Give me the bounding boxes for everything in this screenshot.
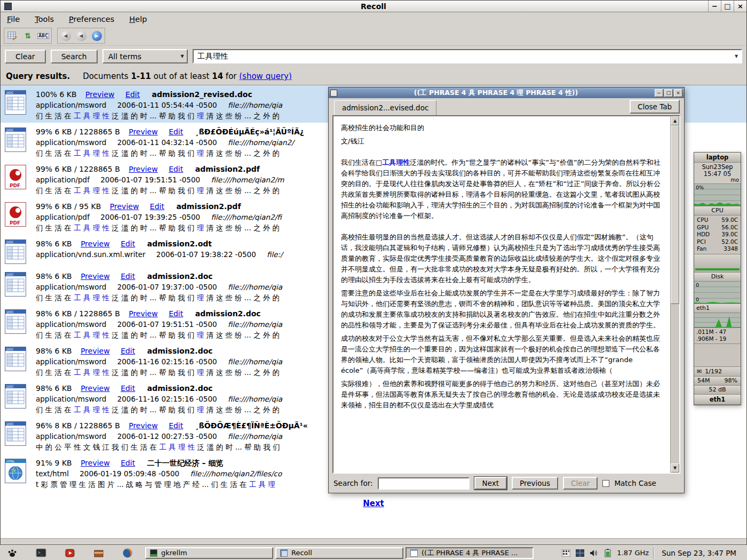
preview-titlebar[interactable]: ((工 PHRASE 4 具 PHRASE 4 理 PHRASE 4 性)) −… bbox=[329, 87, 684, 98]
sort-icon[interactable]: ⇅ bbox=[21, 29, 35, 42]
edit-link[interactable]: Edit bbox=[121, 347, 135, 355]
scrollbar-thumb[interactable] bbox=[671, 125, 679, 304]
toolbar-group-nav: ◀ ◀ ▶ bbox=[57, 28, 105, 44]
paw-icon[interactable] bbox=[6, 547, 18, 559]
doc-file-icon[interactable]: DOC bbox=[5, 238, 36, 266]
system-tray: 1.87 GHz Sun Sep 23, 3:47 PM bbox=[561, 548, 744, 558]
show-query-link[interactable]: (show query) bbox=[239, 71, 292, 81]
snippet-text: 们 生 活 在 bbox=[36, 149, 74, 157]
taskbar-task-recoll[interactable]: Recoll bbox=[275, 547, 403, 559]
result-date: 2006-01-11 04:32:14 -0500 bbox=[117, 138, 217, 147]
preview-link[interactable]: Preview bbox=[129, 127, 158, 136]
doc-file-icon[interactable]: DOC bbox=[5, 89, 36, 121]
preview-content-text[interactable]: 高校招生的社会功能和目的文/钱江我们生活在□工具理性泛滥的时代。作为“世之显学”… bbox=[333, 116, 670, 473]
taskbar-task--phrase-4-phrase-[interactable]: ((工 PHRASE 4 具 PHRASE ... bbox=[406, 547, 534, 559]
preview-link[interactable]: Preview bbox=[129, 421, 158, 430]
doc-file-icon[interactable]: DOC bbox=[5, 383, 36, 415]
html-file-icon[interactable]: HTML bbox=[5, 458, 36, 490]
match-case-checkbox[interactable] bbox=[602, 480, 609, 487]
gkrellm-window[interactable]: laptop Sun23Sep 15:47 05 mo 0% CPU CPU59… bbox=[694, 152, 741, 405]
package-icon[interactable] bbox=[93, 547, 105, 559]
svg-text:DOC: DOC bbox=[6, 385, 14, 388]
search-mode-select[interactable]: All terms ▼ bbox=[102, 49, 188, 63]
preview-link[interactable]: Preview bbox=[81, 347, 110, 355]
close-tab-button[interactable]: Close Tab bbox=[630, 100, 680, 114]
next-results-link[interactable]: Next bbox=[363, 499, 384, 508]
edit-link[interactable]: Edit bbox=[125, 90, 140, 99]
preview-link[interactable]: Preview bbox=[129, 309, 158, 318]
preview-link[interactable]: Preview bbox=[81, 239, 110, 248]
snippet-term-highlight: 理 bbox=[197, 223, 204, 232]
menu-tools[interactable]: Tools bbox=[35, 15, 54, 23]
preview-link[interactable]: Preview bbox=[85, 90, 115, 99]
search-input[interactable] bbox=[194, 50, 732, 62]
results-for-label: for bbox=[223, 71, 239, 81]
edit-link[interactable]: Edit bbox=[169, 309, 183, 318]
doc-file-icon[interactable]: DOC bbox=[5, 420, 36, 452]
edit-link[interactable]: Edit bbox=[150, 202, 164, 211]
scroll-down-icon[interactable]: ▼ bbox=[671, 463, 679, 473]
snippet-term-highlight: 工 具 理 性 bbox=[74, 293, 109, 302]
find-next-button[interactable]: Next bbox=[474, 477, 507, 490]
term-explorer-icon[interactable]: ÂBÇ bbox=[36, 29, 50, 42]
edit-link[interactable]: Edit bbox=[121, 239, 135, 248]
doc-file-icon[interactable]: DOC bbox=[5, 308, 36, 340]
main-titlebar[interactable]: Recoll − □ × bbox=[1, 1, 746, 12]
menu-help[interactable]: Help bbox=[129, 15, 147, 23]
taskbar-task-gkrellm[interactable]: gkrellm bbox=[145, 547, 273, 559]
clear-button[interactable]: Clear bbox=[5, 50, 46, 63]
battery-icon[interactable] bbox=[603, 548, 613, 558]
workspace-grid-icon[interactable] bbox=[575, 548, 585, 558]
doc-history-icon[interactable] bbox=[5, 29, 19, 42]
edit-link[interactable]: Edit bbox=[169, 165, 183, 173]
prev-page-icon[interactable]: ◀ bbox=[74, 29, 88, 42]
pdf-file-icon[interactable]: PDF bbox=[5, 164, 36, 196]
volume-icon[interactable] bbox=[589, 548, 599, 558]
media-player-icon[interactable] bbox=[64, 547, 76, 559]
find-input[interactable] bbox=[378, 477, 470, 490]
result-relevance-size: 91% 9 KB bbox=[36, 459, 72, 467]
pdf-file-icon[interactable]: PDF bbox=[5, 201, 36, 233]
find-clear-button[interactable]: Clear bbox=[563, 477, 598, 490]
query-history-dropdown-icon[interactable]: ▼ bbox=[732, 54, 741, 59]
minimize-button[interactable]: − bbox=[708, 1, 721, 12]
doc-file-icon[interactable]: DOC bbox=[5, 346, 36, 378]
menu-preferences[interactable]: Preferences bbox=[69, 15, 114, 23]
doc-file-icon[interactable]: DOC bbox=[5, 271, 36, 303]
preview-maximize-button[interactable]: □ bbox=[664, 89, 673, 97]
close-button[interactable]: × bbox=[734, 1, 746, 12]
result-mime: application/msword bbox=[36, 432, 106, 441]
preview-link[interactable]: Preview bbox=[81, 272, 110, 281]
result-date: 2006-01-11 05:54:44 -0500 bbox=[117, 101, 217, 109]
window-menu-icon[interactable] bbox=[4, 3, 12, 10]
menu-file[interactable]: File bbox=[7, 15, 20, 23]
preview-link[interactable]: Preview bbox=[81, 459, 110, 467]
preview-link[interactable]: Preview bbox=[110, 202, 139, 211]
find-previous-button[interactable]: Previous bbox=[512, 477, 558, 490]
next-page-icon[interactable]: ▶ bbox=[90, 29, 104, 42]
window-title: Recoll bbox=[1, 2, 746, 11]
scroll-up-icon[interactable]: ▲ bbox=[671, 116, 679, 125]
preview-tab[interactable]: admission2...evised.doc bbox=[334, 100, 436, 115]
gkrellm-memory-meter[interactable]: 54M 98% bbox=[694, 377, 741, 386]
keyboard-layout-icon[interactable] bbox=[561, 548, 571, 558]
gkrellm-volume-meter[interactable]: 52 dB bbox=[694, 386, 741, 395]
preview-link[interactable]: Preview bbox=[129, 165, 158, 173]
preview-close-button[interactable]: × bbox=[674, 89, 682, 97]
preview-link[interactable]: Preview bbox=[81, 384, 110, 393]
gkrellm-mail[interactable]: ✉ 1/192 bbox=[694, 366, 741, 377]
terminal-icon[interactable]: >_ bbox=[35, 547, 47, 559]
result-mime: application/msword bbox=[36, 138, 106, 147]
search-button[interactable]: Search bbox=[51, 50, 98, 63]
preview-minimize-button[interactable]: − bbox=[655, 89, 663, 97]
preview-scrollbar[interactable]: ▲ ▼ bbox=[670, 116, 679, 473]
firefox-icon[interactable] bbox=[122, 547, 133, 559]
edit-link[interactable]: Edit bbox=[121, 459, 135, 467]
edit-link[interactable]: Edit bbox=[121, 384, 135, 393]
maximize-button[interactable]: □ bbox=[721, 1, 734, 12]
edit-link[interactable]: Edit bbox=[169, 421, 183, 430]
first-page-icon[interactable]: ◀ bbox=[59, 29, 73, 42]
edit-link[interactable]: Edit bbox=[121, 272, 135, 281]
edit-link[interactable]: Edit bbox=[169, 127, 183, 136]
doc-file-icon[interactable]: DOC bbox=[5, 126, 36, 158]
